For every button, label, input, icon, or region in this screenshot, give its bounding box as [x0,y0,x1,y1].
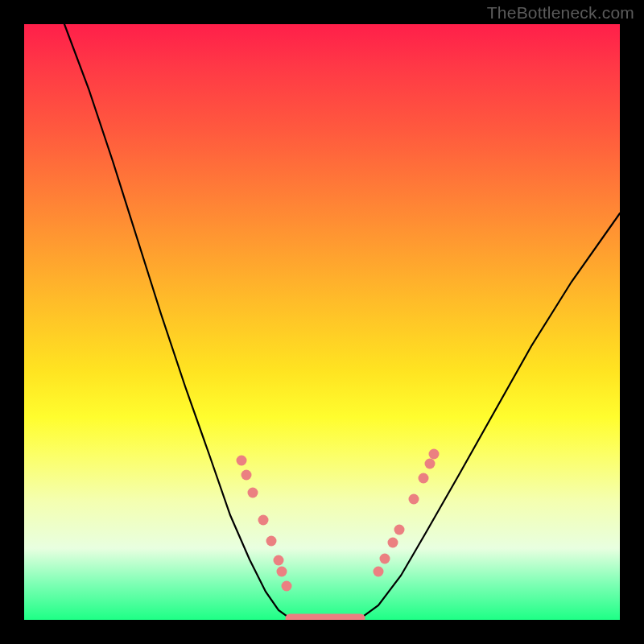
marker-dot [380,554,390,564]
marker-dot [374,567,384,577]
outer-frame: TheBottleneck.com [0,0,644,644]
marker-dot [429,449,440,460]
marker-dot [242,470,252,481]
marker-dot [388,538,398,548]
valley-curve [64,24,620,620]
marker-dot [419,473,429,484]
marker-dot [274,555,284,566]
marker-dots [237,449,440,592]
marker-dot [248,488,258,498]
marker-dot [425,459,436,469]
plot-area [24,24,620,620]
marker-dot [237,456,247,466]
marker-dot [266,536,277,547]
marker-dot [277,567,287,577]
marker-dot [282,581,292,592]
marker-dot [394,525,405,535]
marker-dot [409,494,419,505]
marker-dot [258,515,269,526]
chart-svg [24,24,620,620]
watermark-label: TheBottleneck.com [487,3,634,23]
